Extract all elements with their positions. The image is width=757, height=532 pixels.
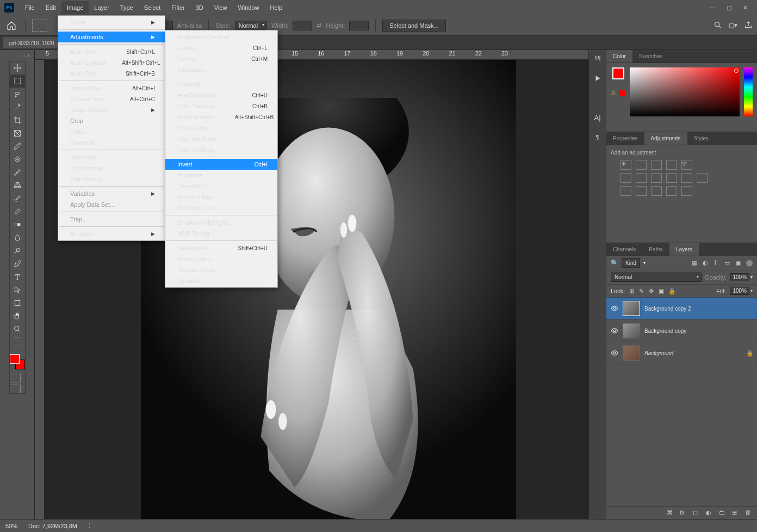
lock-position-icon[interactable]: ✥ <box>649 288 655 294</box>
brush-tool[interactable] <box>10 166 25 179</box>
layer-name[interactable]: Background copy 2 <box>644 306 691 312</box>
search-icon[interactable] <box>713 21 722 30</box>
hue-adj-icon[interactable] <box>621 173 631 183</box>
menu-item-replace-color[interactable]: Replace Color... <box>165 264 277 275</box>
filter-adj-icon[interactable]: ◐ <box>703 259 710 267</box>
lock-artboard-icon[interactable]: ▣ <box>659 288 665 294</box>
menu-item-brightness-contrast[interactable]: Brightness/Contrast... <box>165 32 277 42</box>
filter-shape-icon[interactable]: ▭ <box>724 259 732 267</box>
zoom-level[interactable]: 50% <box>5 523 17 529</box>
gradientmap-adj-icon[interactable] <box>666 186 677 196</box>
select-and-mask-button[interactable]: Select and Mask... <box>382 20 446 32</box>
visibility-icon[interactable] <box>611 327 618 335</box>
menu-item-match-color[interactable]: Match Color... <box>165 253 277 264</box>
blend-mode-select[interactable]: Normal <box>611 273 702 282</box>
visibility-icon[interactable] <box>611 305 618 312</box>
clone-stamp-tool[interactable] <box>10 179 25 192</box>
new-adjustment-icon[interactable]: ◐ <box>706 509 713 517</box>
layer-thumbnail[interactable] <box>623 301 640 316</box>
lock-all-icon[interactable]: 🔒 <box>668 288 675 294</box>
invert-adj-icon[interactable] <box>621 186 631 196</box>
lock-transparency-icon[interactable]: ⊞ <box>629 288 636 294</box>
menu-help[interactable]: Help <box>265 1 288 14</box>
link-layers-icon[interactable]: ⌘ <box>667 509 674 517</box>
menu-item-levels[interactable]: Levels...Ctrl+L <box>165 42 277 53</box>
menu-item-auto-contrast[interactable]: Auto ContrastAlt+Shift+Ctrl+L <box>58 57 165 68</box>
menu-item-invert[interactable]: InvertCtrl+I <box>165 159 277 170</box>
menu-item-desaturate[interactable]: DesaturateShift+Ctrl+U <box>165 243 277 253</box>
selective-adj-icon[interactable] <box>681 186 692 196</box>
paths-tab[interactable]: Paths <box>642 243 669 256</box>
gamut-warning-icon[interactable]: ⚠ <box>611 89 617 97</box>
frame-tool[interactable] <box>10 127 25 140</box>
maximize-button[interactable]: ▢ <box>727 4 733 11</box>
foreground-color[interactable] <box>612 67 624 79</box>
height-input[interactable] <box>349 21 369 30</box>
menu-item-image-size[interactable]: Image Size...Alt+Ctrl+I <box>58 83 165 94</box>
vibrance-adj-icon[interactable]: ▽ <box>681 160 692 170</box>
menu-item-equalize[interactable]: Equalize <box>165 275 277 286</box>
new-group-icon[interactable]: 🗀 <box>719 509 727 517</box>
character-panel-icon[interactable]: A| <box>592 112 603 123</box>
mixer-adj-icon[interactable] <box>681 173 692 183</box>
menu-item-auto-color[interactable]: Auto ColorShift+Ctrl+B <box>58 68 165 79</box>
layer-row[interactable]: Background copy <box>606 320 757 342</box>
marquee-tool-preset[interactable] <box>32 20 47 32</box>
lookup-adj-icon[interactable] <box>697 173 708 183</box>
doc-size[interactable]: Doc: 7,92M/23,8M <box>28 523 77 529</box>
exposure-adj-icon[interactable] <box>666 160 677 170</box>
menu-item-shadows-highlights[interactable]: Shadows/Highlights... <box>165 217 277 228</box>
menu-window[interactable]: Window <box>232 1 264 14</box>
move-tool[interactable] <box>10 61 25 75</box>
layer-name[interactable]: Background copy <box>644 328 686 334</box>
menu-item-channel-mixer[interactable]: Channel Mixer... <box>165 133 277 144</box>
share-icon[interactable] <box>744 21 753 30</box>
color-field[interactable] <box>630 67 740 116</box>
fill-value[interactable]: 100% <box>730 287 749 295</box>
menu-item-image-rotation[interactable]: Image Rotation▶ <box>58 104 165 115</box>
menu-item-exposure[interactable]: Exposure... <box>165 64 277 75</box>
color-tab[interactable]: Color <box>606 50 632 63</box>
filter-smart-icon[interactable]: ▣ <box>735 259 743 267</box>
path-selection-tool[interactable] <box>10 283 25 296</box>
workspace-icon[interactable]: ▢▾ <box>729 22 737 29</box>
document-tab[interactable]: girl-3033718_1920.. <box>3 38 65 48</box>
pen-tool[interactable] <box>10 257 25 270</box>
menu-item-gradient-map[interactable]: Gradient Map... <box>165 191 277 202</box>
photo-filter-adj-icon[interactable] <box>666 173 677 183</box>
layer-mask-icon[interactable]: ◻ <box>693 509 700 517</box>
menu-item-apply-image[interactable]: Apply Image... <box>58 163 165 174</box>
levels-adj-icon[interactable] <box>636 160 647 170</box>
zoom-tool[interactable] <box>10 323 25 336</box>
layer-fx-icon[interactable]: fx <box>680 509 687 517</box>
shape-tool[interactable] <box>10 296 25 310</box>
edit-toolbar[interactable]: ⋯ <box>10 339 25 352</box>
quick-mask-button[interactable] <box>10 374 21 382</box>
blur-tool[interactable] <box>10 231 25 244</box>
closest-color[interactable] <box>619 90 625 96</box>
type-tool[interactable] <box>10 270 25 283</box>
filter-toggle[interactable] <box>746 260 753 267</box>
swap-icon[interactable]: ⇄ <box>317 22 321 29</box>
posterize-adj-icon[interactable] <box>636 186 647 196</box>
menu-item-analysis[interactable]: Analysis▶ <box>58 228 165 239</box>
menu-edit[interactable]: Edit <box>40 1 61 14</box>
eyedropper-tool[interactable] <box>10 140 25 153</box>
visibility-icon[interactable] <box>611 349 618 357</box>
crop-tool[interactable] <box>10 114 25 127</box>
swatches-tab[interactable]: Swatches <box>632 50 669 63</box>
menu-select[interactable]: Select <box>139 1 166 14</box>
layer-name[interactable]: Background <box>644 350 673 356</box>
layer-thumbnail[interactable] <box>623 345 640 361</box>
properties-tab[interactable]: Properties <box>606 132 644 145</box>
filter-pixel-icon[interactable]: ▦ <box>692 259 699 267</box>
brightness-adj-icon[interactable]: ☀ <box>621 160 631 170</box>
menu-item-trim[interactable]: Trim... <box>58 126 165 137</box>
channels-tab[interactable]: Channels <box>606 243 642 256</box>
lock-paint-icon[interactable]: ✎ <box>639 288 646 294</box>
layer-row[interactable]: Background copy 2 <box>606 298 757 320</box>
home-button[interactable] <box>4 18 18 33</box>
menu-item-calculations[interactable]: Calculations... <box>58 174 165 184</box>
status-arrow-icon[interactable]: 〉 <box>88 522 94 530</box>
menu-item-canvas-size[interactable]: Canvas Size...Alt+Ctrl+C <box>58 94 165 104</box>
